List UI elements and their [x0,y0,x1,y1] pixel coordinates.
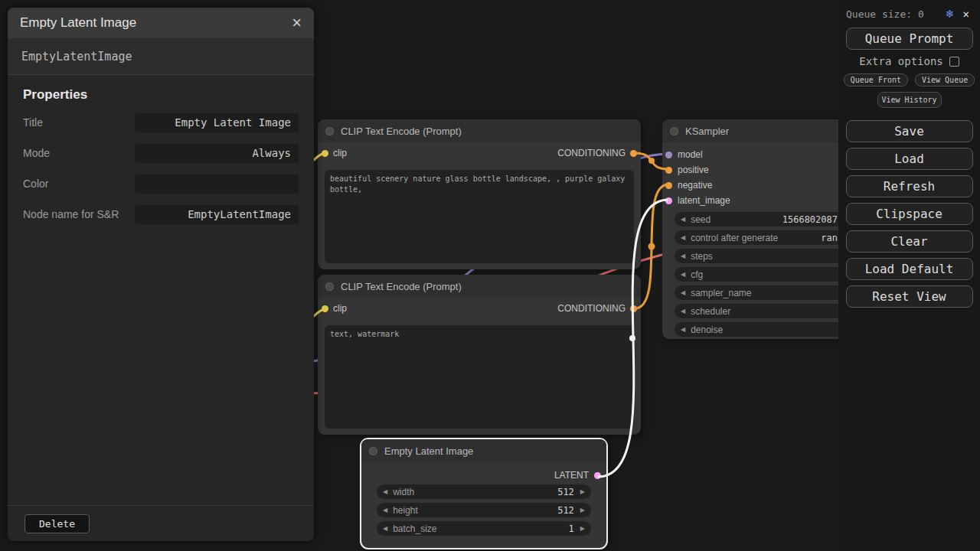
widget-label: seed [691,214,710,225]
slot-label-conditioning: CONDITIONING [557,303,626,314]
negative-prompt-textarea[interactable]: text, watermark [325,325,634,429]
input-slot-clip[interactable] [322,305,328,312]
slot-label-latent-image: latent_image [678,195,730,206]
node-title-bar[interactable]: CLIP Text Encode (Prompt) [318,119,641,142]
widget-label: denoise [691,324,723,335]
widget-value: 512 [557,487,574,497]
decrement-arrow-icon[interactable]: ◀ [681,253,685,259]
input-slot-model[interactable] [665,152,672,158]
positive-prompt-textarea[interactable]: beautiful scenery nature glass bottle la… [325,170,634,263]
panel-close-icon[interactable]: × [292,15,302,31]
clear-button[interactable]: Clear [846,230,973,253]
widget-value: 512 [557,505,574,516]
decrement-arrow-icon[interactable]: ◀ [681,234,685,241]
output-slot-conditioning[interactable] [630,305,637,312]
node-ksampler[interactable]: KSampler model positive negative latent_… [662,119,850,339]
mode-field-input[interactable]: Always [135,144,299,163]
node-title: CLIP Text Encode (Prompt) [341,281,462,292]
widget-value: 1 [569,523,574,534]
node-title-bar[interactable]: Empty Latent Image [361,439,606,462]
sampler-name-widget[interactable]: ◀ sampler_name [675,285,844,300]
denoise-widget[interactable]: ◀ denoise [675,322,844,337]
node-title: CLIP Text Encode (Prompt) [341,126,462,137]
output-slot-latent[interactable] [594,472,601,479]
control-after-generate-widget[interactable]: ◀ control after generate ran [675,230,844,245]
increment-arrow-icon[interactable]: ▶ [580,525,585,532]
save-button[interactable]: Save [846,120,973,142]
decrement-arrow-icon[interactable]: ◀ [681,216,685,223]
decrement-arrow-icon[interactable]: ◀ [681,271,685,278]
widget-value: 1566802087 [782,214,838,225]
widget-label: sampler_name [691,288,751,298]
decrement-arrow-icon[interactable]: ◀ [681,308,685,315]
decrement-arrow-icon[interactable]: ◀ [681,289,685,296]
scheduler-widget[interactable]: ◀ scheduler [675,304,844,318]
link-midpoint-dot [648,158,655,164]
panel-title: Empty Latent Image [20,15,136,31]
node-properties-panel: Empty Latent Image × EmptyLatentImage Pr… [8,8,314,541]
width-widget[interactable]: ◀ width 512 ▶ [377,484,591,499]
input-slot-positive[interactable] [665,167,672,174]
node-name-field-input[interactable]: EmptyLatentImage [135,205,299,224]
height-widget[interactable]: ◀ height 512 ▶ [377,503,591,517]
title-field-input[interactable]: Empty Latent Image [135,113,299,132]
title-field-label: Title [23,115,135,130]
node-title-bar[interactable]: KSampler [662,119,850,142]
widget-value: ran [821,233,838,243]
property-row-title: Title Empty Latent Image [23,113,299,132]
load-button[interactable]: Load [846,148,973,170]
collapse-dot-icon[interactable] [369,447,377,455]
comfyui-canvas[interactable]: CLIP Text Encode (Prompt) clip CONDITION… [0,0,980,551]
property-row-color: Color [23,174,299,194]
collapse-dot-icon[interactable] [325,282,334,291]
node-empty-latent-image[interactable]: Empty Latent Image LATENT ◀ width 512 ▶ … [360,438,608,549]
cfg-widget[interactable]: ◀ cfg [675,267,844,282]
slot-label-clip: clip [333,303,347,314]
node-title-bar[interactable]: CLIP Text Encode (Prompt) [318,275,641,298]
input-slot-clip[interactable] [322,150,328,157]
slot-label-negative: negative [678,180,712,191]
queue-prompt-button[interactable]: Queue Prompt [846,28,973,50]
collapse-dot-icon[interactable] [325,127,334,135]
close-menu-icon[interactable]: ✕ [963,8,969,20]
view-queue-button[interactable]: View Queue [915,73,975,86]
output-slot-conditioning[interactable] [630,150,637,157]
widget-label: steps [691,251,713,262]
collapse-dot-icon[interactable] [670,127,678,135]
batch-size-widget[interactable]: ◀ batch_size 1 ▶ [377,521,591,536]
load-default-button[interactable]: Load Default [846,258,973,280]
steps-widget[interactable]: ◀ steps [675,249,844,263]
widget-label: width [393,487,414,497]
input-slot-negative[interactable] [665,182,672,189]
decrement-arrow-icon[interactable]: ◀ [681,326,685,333]
slot-label-model: model [678,149,703,160]
refresh-button[interactable]: Refresh [846,175,973,197]
node-clip-text-encode-negative[interactable]: CLIP Text Encode (Prompt) clip CONDITION… [318,275,641,435]
queue-size-label: Queue size: 0 [846,8,924,20]
widget-label: cfg [691,269,703,280]
decrement-arrow-icon[interactable]: ◀ [383,507,387,514]
extra-options-checkbox[interactable] [949,57,959,67]
snowflake-icon[interactable]: ❄ [946,8,955,20]
delete-node-button[interactable]: Delete [24,514,90,533]
node-clip-text-encode-positive[interactable]: CLIP Text Encode (Prompt) clip CONDITION… [318,119,641,269]
increment-arrow-icon[interactable]: ▶ [580,488,585,495]
input-slot-latent-image[interactable] [665,197,672,204]
seed-widget[interactable]: ◀ seed 1566802087 [675,212,844,227]
node-name-field-label: Node name for S&R [23,207,135,222]
view-history-button[interactable]: View History [877,92,942,108]
widget-label: control after generate [691,233,778,243]
link-midpoint-dot [648,243,655,250]
queue-front-button[interactable]: Queue Front [844,73,908,86]
clipspace-button[interactable]: Clipspace [846,203,973,225]
widget-label: scheduler [691,306,730,317]
decrement-arrow-icon[interactable]: ◀ [383,525,387,532]
color-field-input[interactable] [135,174,299,194]
color-field-label: Color [23,176,135,191]
node-class-name: EmptyLatentImage [8,38,314,75]
increment-arrow-icon[interactable]: ▶ [580,507,585,514]
decrement-arrow-icon[interactable]: ◀ [383,488,387,495]
widget-label: height [393,505,418,516]
slot-label-latent: LATENT [554,470,589,481]
reset-view-button[interactable]: Reset View [846,285,973,308]
